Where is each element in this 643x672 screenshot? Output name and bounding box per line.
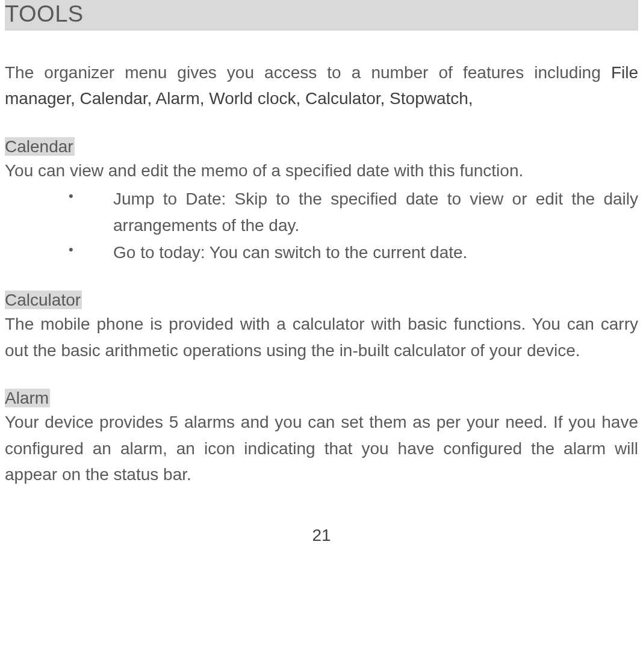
section-heading: Alarm xyxy=(5,389,50,407)
section-heading: Calendar xyxy=(5,137,75,156)
section-body: The mobile phone is provided with a calc… xyxy=(5,311,638,363)
intro-prefix: The organizer menu gives you access to a… xyxy=(5,63,611,82)
section-body: Your device provides 5 alarms and you ca… xyxy=(5,409,638,487)
page-title: TOOLS xyxy=(5,0,638,31)
section-body: You can view and edit the memo of a spec… xyxy=(5,158,638,183)
intro-paragraph: The organizer menu gives you access to a… xyxy=(5,60,638,112)
list-item: Jump to Date: Skip to the specified date… xyxy=(5,186,638,238)
section-calendar: Calendar You can view and edit the memo … xyxy=(5,137,638,266)
section-calculator: Calculator The mobile phone is provided … xyxy=(5,291,638,363)
page-number: 21 xyxy=(5,526,638,551)
list-item: Go to today: You can switch to the curre… xyxy=(5,239,638,265)
document-page: TOOLS The organizer menu gives you acces… xyxy=(0,0,643,551)
section-heading: Calculator xyxy=(5,291,82,309)
bullet-list: Jump to Date: Skip to the specified date… xyxy=(5,186,638,265)
section-alarm: Alarm Your device provides 5 alarms and … xyxy=(5,389,638,487)
